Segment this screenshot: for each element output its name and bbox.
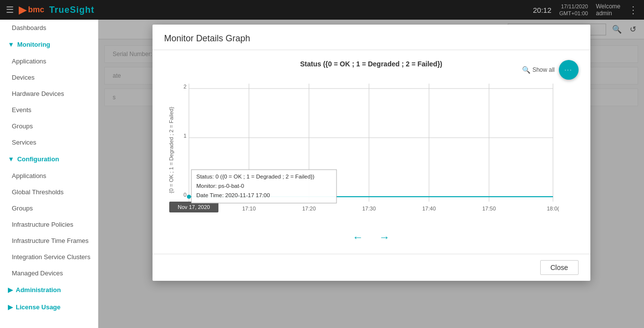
tooltip-line2: Monitor: ps-0-bat-0 <box>196 183 244 189</box>
close-button[interactable]: Close <box>540 260 579 275</box>
x-tick-1720: 17:20 <box>302 206 316 211</box>
content-area: 🔍 ↺ Serial Number: 5CQLQA1434B03A ate s … <box>98 20 644 328</box>
welcome-label: Welcome <box>596 3 620 10</box>
modal: Monitor Details Graph Status ({0 = OK ; … <box>153 25 590 281</box>
chart-nav: ← → <box>164 231 579 244</box>
hamburger-icon[interactable]: ☰ <box>6 4 14 15</box>
show-all-button[interactable]: 🔍 Show all <box>522 66 554 74</box>
modal-overlay: Monitor Details Graph Status ({0 = OK ; … <box>98 20 644 328</box>
sidebar-item-services[interactable]: Services <box>0 134 98 150</box>
modal-body: Status ({0 = OK ; 1 = Degraded ; 2 = Fai… <box>153 50 590 254</box>
chevron-right-icon-admin: ▶ <box>8 286 13 294</box>
license-label: License Usage <box>16 303 61 311</box>
show-all-label: Show all <box>532 66 554 73</box>
sidebar-item-managed-devices[interactable]: Managed Devices <box>0 265 98 281</box>
bmc-text: bmc <box>28 5 44 14</box>
sidebar-section-monitoring[interactable]: ▼ Monitoring <box>0 36 98 53</box>
chevron-right-icon-license: ▶ <box>8 303 13 311</box>
y-tick-0: 0 <box>183 192 186 198</box>
navbar-welcome: Welcome admin <box>596 3 620 17</box>
fab-more-button[interactable]: ··· <box>559 60 579 80</box>
y-tick-2: 2 <box>183 84 186 89</box>
chart-svg-wrap: {0 = OK ; 1 = Degraded ; 2 = Failed} 0 1… <box>164 74 579 223</box>
sidebar-section-configuration[interactable]: ▼ Configuration <box>0 150 98 168</box>
x-tick-1750: 17:50 <box>482 206 496 211</box>
chart-title: Status ({0 = OK ; 1 = Degraded ; 2 = Fai… <box>164 60 579 68</box>
bmc-icon: ▶ <box>19 4 26 16</box>
sidebar-section-license[interactable]: ▶ License Usage <box>0 298 98 316</box>
administration-label: Administration <box>16 286 61 294</box>
chart-nav-left[interactable]: ← <box>353 231 364 244</box>
y-axis-label: {0 = OK ; 1 = Degraded ; 2 = Failed} <box>168 107 174 193</box>
navbar-username: admin <box>596 10 620 17</box>
navbar-time: 20:12 <box>533 6 552 14</box>
sidebar-item-hardware-devices[interactable]: Hardware Devices <box>0 86 98 102</box>
sidebar-item-groups[interactable]: Groups <box>0 118 98 134</box>
modal-footer: Close <box>153 254 590 281</box>
navbar-left: ☰ ▶ bmc TrueSight <box>6 4 94 16</box>
navbar-date: 17/11/2020 GMT+01:00 <box>559 3 588 17</box>
navbar-date-line1: 17/11/2020 <box>559 3 588 10</box>
sidebar-item-infrastructure-policies[interactable]: Infrastructure Policies <box>0 216 98 233</box>
sidebar-item-integration-service-clusters[interactable]: Integration Service Clusters <box>0 249 98 265</box>
modal-title: Monitor Details Graph <box>164 33 250 43</box>
sidebar-item-devices[interactable]: Devices <box>0 69 98 86</box>
sidebar-item-global-thresholds[interactable]: Global Thresholds <box>0 184 98 200</box>
chevron-down-icon-config: ▼ <box>8 155 14 163</box>
sidebar-item-config-applications[interactable]: Applications <box>0 168 98 184</box>
chart-actions: 🔍 Show all ··· <box>522 60 578 80</box>
modal-header: Monitor Details Graph <box>153 25 590 50</box>
zoom-icon: 🔍 <box>522 66 530 74</box>
navbar-date-line2: GMT+01:00 <box>559 10 588 17</box>
main-layout: Dashboards ▼ Monitoring Applications Dev… <box>0 20 644 328</box>
tooltip-line1: Status: 0 ({0 = OK ; 1 = Degraded ; 2 = … <box>196 174 314 179</box>
chart-container: Status ({0 = OK ; 1 = Degraded ; 2 = Fai… <box>164 60 579 244</box>
x-tick-1710: 17:10 <box>242 206 256 211</box>
sidebar-item-dashboards[interactable]: Dashboards <box>0 20 98 36</box>
tooltip-dot <box>187 195 191 199</box>
configuration-label: Configuration <box>17 155 59 163</box>
chevron-down-icon: ▼ <box>8 41 14 48</box>
x-tick-date: Nov 17, 2020 <box>178 204 210 210</box>
sidebar-item-config-groups[interactable]: Groups <box>0 200 98 216</box>
fab-dots: ··· <box>564 66 572 73</box>
tooltip-line3: Date Time: 2020-11-17 17:00 <box>196 192 270 198</box>
navbar-right: 20:12 17/11/2020 GMT+01:00 Welcome admin… <box>533 3 638 17</box>
y-tick-1: 1 <box>183 133 186 139</box>
navbar: ☰ ▶ bmc TrueSight 20:12 17/11/2020 GMT+0… <box>0 0 644 20</box>
chart-nav-right[interactable]: → <box>379 231 390 244</box>
bmc-logo: ▶ bmc <box>19 4 44 16</box>
x-tick-1740: 17:40 <box>422 206 436 211</box>
truesight-logo: TrueSight <box>49 5 94 15</box>
sidebar-item-applications[interactable]: Applications <box>0 53 98 69</box>
sidebar: Dashboards ▼ Monitoring Applications Dev… <box>0 20 98 328</box>
sidebar-item-events[interactable]: Events <box>0 102 98 118</box>
navbar-dots-icon[interactable]: ⋮ <box>628 4 638 16</box>
sidebar-section-administration[interactable]: ▶ Administration <box>0 281 98 298</box>
x-tick-1730: 17:30 <box>362 206 376 211</box>
x-tick-1800: 18:0( <box>547 206 559 211</box>
monitoring-label: Monitoring <box>17 41 50 48</box>
chart-svg: {0 = OK ; 1 = Degraded ; 2 = Failed} 0 1… <box>164 74 568 221</box>
sidebar-item-infrastructure-timeframes[interactable]: Infrastructure Time Frames <box>0 233 98 249</box>
